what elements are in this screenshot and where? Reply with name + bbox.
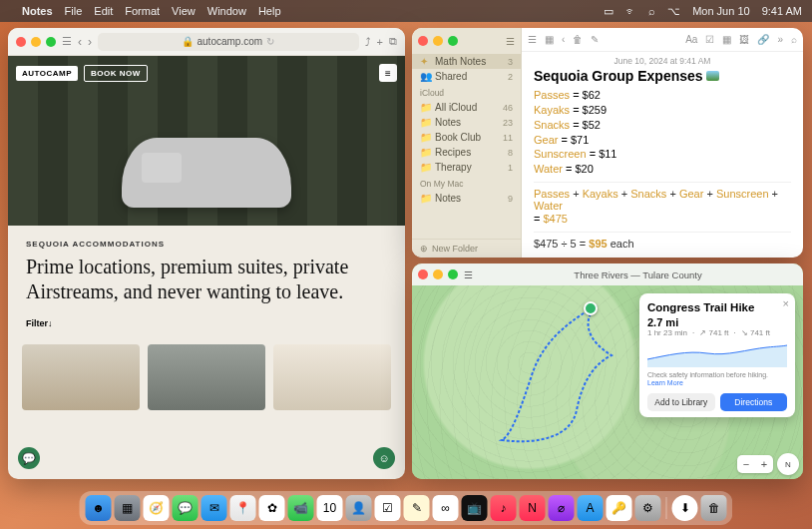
menu-help[interactable]: Help: [258, 5, 281, 17]
sidebar-collapse-icon[interactable]: ☰: [506, 36, 515, 47]
compose-icon[interactable]: ✎: [591, 34, 599, 45]
dock-tv[interactable]: [462, 495, 488, 521]
tabs-icon[interactable]: ⧉: [389, 35, 397, 48]
zoom-button[interactable]: [46, 37, 56, 47]
filter-button[interactable]: Filter↓: [26, 318, 387, 328]
sidebar-item-shared[interactable]: 👥 Shared 2: [412, 69, 521, 84]
minimize-button[interactable]: [433, 36, 443, 46]
table-icon[interactable]: ▦: [722, 34, 731, 45]
sidebar-section-onmac: On My Mac: [412, 175, 521, 191]
hamburger-menu[interactable]: ≡: [379, 64, 397, 82]
search-icon[interactable]: ⌕: [648, 5, 655, 17]
app-menu[interactable]: Notes: [22, 5, 53, 17]
dock-launchpad[interactable]: [115, 495, 141, 521]
dock: [80, 491, 733, 525]
new-tab-icon[interactable]: +: [377, 36, 383, 48]
dock-photos[interactable]: [259, 495, 285, 521]
dock-maps[interactable]: [230, 495, 256, 521]
dock-music[interactable]: [491, 495, 517, 521]
forward-button[interactable]: ›: [88, 35, 92, 49]
close-button[interactable]: [418, 269, 428, 279]
accommodation-thumb[interactable]: [22, 344, 140, 410]
book-now-button[interactable]: BOOK NOW: [84, 65, 148, 82]
battery-icon[interactable]: ▭: [604, 5, 613, 18]
dock-reminders[interactable]: [375, 495, 401, 521]
menubar-date[interactable]: Mon Jun 10: [692, 5, 749, 17]
zoom-in-button[interactable]: +: [755, 455, 773, 473]
media-icon[interactable]: 🖼: [739, 34, 749, 45]
control-center-icon[interactable]: ⌥: [667, 5, 680, 18]
new-folder-button[interactable]: ⊕ New Folder: [412, 239, 521, 258]
dock-calendar[interactable]: [317, 495, 343, 521]
menubar-time[interactable]: 9:41 AM: [762, 5, 802, 17]
zoom-out-button[interactable]: −: [737, 455, 755, 473]
dock-notes[interactable]: [404, 495, 430, 521]
dock-mail[interactable]: [202, 495, 227, 521]
dock-passwords[interactable]: [607, 495, 632, 521]
maps-sidebar-icon[interactable]: ☰: [464, 269, 473, 280]
format-icon[interactable]: Aa: [685, 34, 697, 45]
note-body[interactable]: Sequoia Group Expenses Passes = $62Kayak…: [522, 68, 803, 258]
close-button[interactable]: [418, 36, 428, 46]
dock-messages[interactable]: [173, 495, 199, 521]
accommodation-thumb[interactable]: [273, 344, 391, 410]
landscape-emoji: [706, 71, 719, 81]
close-button[interactable]: [16, 37, 26, 47]
dock-podcasts[interactable]: [549, 495, 575, 521]
close-card-icon[interactable]: ×: [783, 297, 789, 309]
sidebar-item-notes[interactable]: 📁Notes23: [412, 115, 521, 130]
site-logo[interactable]: AUTOCAMP: [16, 66, 78, 81]
accessibility-fab[interactable]: ☺: [373, 447, 395, 469]
dock-finder[interactable]: [86, 495, 112, 521]
menu-format[interactable]: Format: [125, 5, 160, 17]
folder-icon: 📁: [420, 147, 430, 158]
sidebar-item-local-notes[interactable]: 📁Notes9: [412, 191, 521, 206]
address-bar[interactable]: 🔒autocamp.com ↻: [98, 33, 359, 51]
folder-icon: 📁: [420, 132, 430, 143]
sidebar-item-recipes[interactable]: 📁Recipes8: [412, 145, 521, 160]
minimize-button[interactable]: [433, 269, 443, 279]
more-icon[interactable]: »: [777, 34, 783, 45]
sidebar-item-therapy[interactable]: 📁Therapy1: [412, 160, 521, 175]
menu-file[interactable]: File: [65, 5, 83, 17]
accommodation-thumb[interactable]: [148, 344, 265, 410]
directions-button[interactable]: Directions: [720, 393, 788, 411]
dock-facetime[interactable]: [288, 495, 314, 521]
delete-icon[interactable]: 🗑: [573, 34, 583, 45]
sidebar-count: 9: [508, 194, 513, 204]
checklist-icon[interactable]: ☑: [705, 34, 714, 45]
add-to-library-button[interactable]: Add to Library: [647, 393, 715, 411]
wifi-icon[interactable]: ᯤ: [625, 5, 636, 17]
chat-fab[interactable]: 💬: [18, 447, 40, 469]
dock-news[interactable]: [520, 495, 546, 521]
dock-downloads[interactable]: [672, 495, 698, 521]
dock-freeform[interactable]: [433, 495, 459, 521]
learn-more-link[interactable]: Learn More: [647, 379, 683, 386]
route-distance: 2.7 mi: [647, 316, 787, 328]
search-note-icon[interactable]: ⌕: [791, 34, 797, 45]
minimize-button[interactable]: [31, 37, 41, 47]
zoom-button[interactable]: [448, 269, 458, 279]
dock-contacts[interactable]: [346, 495, 372, 521]
dock-app-store[interactable]: [578, 495, 604, 521]
share-icon[interactable]: ⤴: [365, 36, 371, 48]
menu-edit[interactable]: Edit: [94, 5, 113, 17]
dock-safari[interactable]: [144, 495, 170, 521]
dock-trash[interactable]: [701, 495, 727, 521]
link-icon[interactable]: 🔗: [757, 34, 769, 45]
gallery-view-icon[interactable]: ▦: [545, 34, 554, 45]
menu-view[interactable]: View: [172, 5, 196, 17]
back-button[interactable]: ‹: [78, 35, 82, 49]
sidebar-toggle-icon[interactable]: ☰: [62, 35, 72, 48]
division-line: $475 ÷ 5 = $95 each: [534, 238, 791, 250]
compass-button[interactable]: N: [777, 453, 799, 475]
sidebar-item-all-icloud[interactable]: 📁All iCloud46: [412, 100, 521, 115]
dock-system-settings[interactable]: [635, 495, 661, 521]
sidebar-item-book-club[interactable]: 📁Book Club11: [412, 130, 521, 145]
sidebar-item-math-notes[interactable]: ✦ Math Notes 3: [412, 54, 521, 69]
menu-window[interactable]: Window: [207, 5, 246, 17]
zoom-button[interactable]: [448, 36, 458, 46]
trailhead-pin[interactable]: [584, 301, 598, 315]
back-note-icon[interactable]: ‹: [562, 34, 565, 45]
list-view-icon[interactable]: ☰: [528, 34, 537, 45]
